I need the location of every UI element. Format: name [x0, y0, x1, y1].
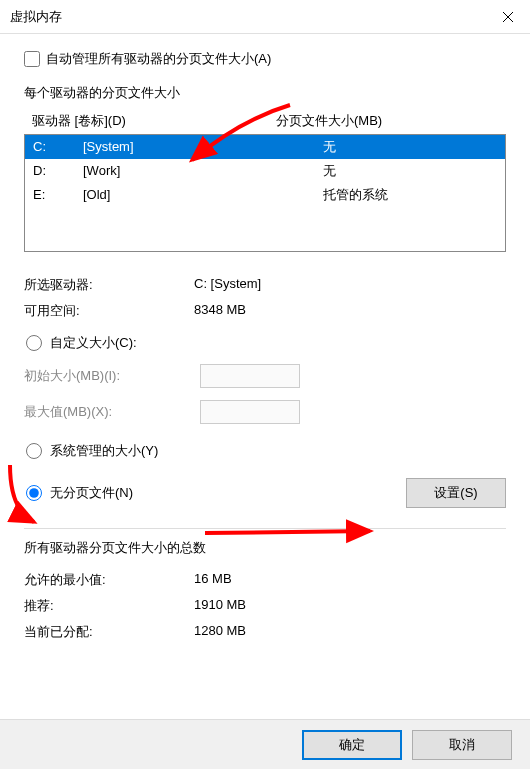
max-size-input[interactable]: [200, 400, 300, 424]
selected-drive-row: 所选驱动器: C: [System]: [24, 276, 506, 294]
no-paging-row: 无分页文件(N): [24, 484, 133, 502]
drives-section-title: 每个驱动器的分页文件大小: [24, 84, 506, 102]
system-managed-radio[interactable]: [26, 443, 42, 459]
drive-row[interactable]: E: [Old] 托管的系统: [25, 183, 505, 207]
custom-size-radio[interactable]: [26, 335, 42, 351]
custom-size-row: 自定义大小(C):: [24, 334, 506, 352]
totals-section: 所有驱动器分页文件大小的总数 允许的最小值: 16 MB 推荐: 1910 MB…: [24, 539, 506, 641]
system-managed-row: 系统管理的大小(Y): [24, 442, 506, 460]
drive-size: 托管的系统: [323, 185, 505, 205]
current-alloc-row: 当前已分配: 1280 MB: [24, 623, 506, 641]
min-allowed-value: 16 MB: [194, 571, 506, 589]
no-paging-radio[interactable]: [26, 485, 42, 501]
drive-list-headers: 驱动器 [卷标](D) 分页文件大小(MB): [24, 112, 506, 130]
initial-size-label: 初始大小(MB)(I):: [24, 367, 200, 385]
initial-size-input[interactable]: [200, 364, 300, 388]
drive-size: 无: [323, 137, 505, 157]
window-title: 虚拟内存: [10, 8, 62, 26]
drive-letter: E:: [33, 185, 83, 205]
recommended-value: 1910 MB: [194, 597, 506, 615]
drive-letter: C:: [33, 137, 83, 157]
set-button[interactable]: 设置(S): [406, 478, 506, 508]
divider: [24, 528, 506, 529]
min-allowed-row: 允许的最小值: 16 MB: [24, 571, 506, 589]
initial-size-row: 初始大小(MB)(I):: [24, 364, 506, 388]
drive-letter: D:: [33, 161, 83, 181]
custom-size-label: 自定义大小(C):: [50, 334, 137, 352]
totals-title: 所有驱动器分页文件大小的总数: [24, 539, 506, 557]
current-alloc-label: 当前已分配:: [24, 623, 194, 641]
close-button[interactable]: [485, 0, 530, 34]
available-space-value: 8348 MB: [194, 302, 506, 320]
recommended-row: 推荐: 1910 MB: [24, 597, 506, 615]
recommended-label: 推荐:: [24, 597, 194, 615]
auto-manage-label: 自动管理所有驱动器的分页文件大小(A): [46, 50, 271, 68]
close-icon: [502, 11, 514, 23]
drive-label: [System]: [83, 137, 323, 157]
available-space-label: 可用空间:: [24, 302, 194, 320]
max-size-label: 最大值(MB)(X):: [24, 403, 200, 421]
dialog-content: 自动管理所有驱动器的分页文件大小(A) 每个驱动器的分页文件大小 驱动器 [卷标…: [0, 34, 530, 641]
selected-drive-label: 所选驱动器:: [24, 276, 194, 294]
drive-row[interactable]: D: [Work] 无: [25, 159, 505, 183]
min-allowed-label: 允许的最小值:: [24, 571, 194, 589]
cancel-button[interactable]: 取消: [412, 730, 512, 760]
titlebar: 虚拟内存: [0, 0, 530, 34]
available-space-row: 可用空间: 8348 MB: [24, 302, 506, 320]
drive-label: [Work]: [83, 161, 323, 181]
col-size-header: 分页文件大小(MB): [276, 112, 506, 130]
no-paging-label: 无分页文件(N): [50, 484, 133, 502]
drive-list[interactable]: C: [System] 无 D: [Work] 无 E: [Old] 托管的系统: [24, 134, 506, 252]
drive-row[interactable]: C: [System] 无: [25, 135, 505, 159]
current-alloc-value: 1280 MB: [194, 623, 506, 641]
auto-manage-checkbox[interactable]: [24, 51, 40, 67]
selected-drive-value: C: [System]: [194, 276, 506, 294]
drive-size: 无: [323, 161, 505, 181]
ok-button[interactable]: 确定: [302, 730, 402, 760]
dialog-buttons: 确定 取消: [0, 719, 530, 769]
auto-manage-row: 自动管理所有驱动器的分页文件大小(A): [24, 50, 506, 68]
system-managed-label: 系统管理的大小(Y): [50, 442, 158, 460]
drive-label: [Old]: [83, 185, 323, 205]
col-drive-header: 驱动器 [卷标](D): [32, 112, 276, 130]
max-size-row: 最大值(MB)(X):: [24, 400, 506, 424]
